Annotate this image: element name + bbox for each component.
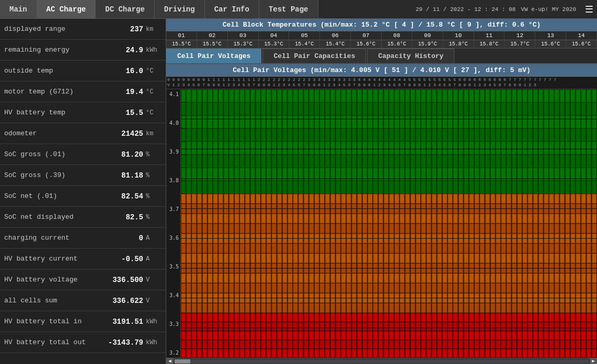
sub-tab-1[interactable]: Cell Pair Capacities: [262, 49, 366, 63]
data-unit-7: %: [146, 172, 162, 179]
data-row-12: HV battery voltage 336.500 V: [0, 269, 166, 290]
data-value-12: 336.500: [107, 276, 143, 284]
main-layout: displayed range 237 km remaining energy …: [0, 19, 597, 364]
cell-temp-2: 15.3°C: [228, 40, 259, 48]
data-label-15: HV battery total out: [4, 338, 107, 346]
data-row-8: SoC net (.01) 82.54 %: [0, 186, 166, 207]
y-label-4: 3.7: [166, 206, 180, 212]
data-label-0: displayed range: [4, 25, 107, 33]
data-unit-15: kWh: [146, 339, 162, 346]
cell-number-0: 01: [166, 31, 197, 40]
y-label-6: 3.5: [166, 264, 180, 269]
voltage-chart-area: [181, 89, 597, 358]
hamburger-menu[interactable]: ☰: [581, 0, 597, 19]
sub-tab-2[interactable]: Capacity History: [367, 49, 454, 63]
data-value-15: -3143.79: [107, 338, 143, 347]
data-label-10: charging current: [4, 234, 107, 242]
data-label-9: SoC net displayed: [4, 213, 107, 221]
data-value-4: 15.5: [107, 109, 143, 117]
data-value-0: 237: [107, 25, 143, 33]
scroll-left-arrow[interactable]: ◀: [166, 358, 174, 365]
y-label-8: 3.3: [166, 321, 180, 327]
tab-main[interactable]: Main: [0, 0, 37, 18]
sub-tab-0[interactable]: Cell Pair Voltages: [166, 49, 261, 63]
y-label-3: 3.8: [166, 178, 180, 183]
tab-driving[interactable]: Driving: [155, 0, 205, 18]
data-label-12: HV battery voltage: [4, 276, 107, 284]
data-row-3: motor temp (G712) 19.4 °C: [0, 81, 166, 102]
data-row-11: HV battery current -0.50 A: [0, 249, 166, 269]
cell-number-1: 02: [197, 31, 228, 40]
y-label-7: 3.4: [166, 292, 180, 298]
cell-number-2: 03: [228, 31, 259, 40]
data-row-5: odometer 21425 km: [0, 123, 166, 144]
data-label-4: HV battery temp: [4, 109, 107, 116]
cell-temp-6: 15.6°C: [351, 40, 382, 48]
data-label-11: HV battery current: [4, 255, 107, 263]
cell-temp-1: 15.5°C: [197, 40, 228, 48]
scroll-right-arrow[interactable]: ▶: [590, 358, 597, 365]
data-row-7: SoC gross (.39) 81.18 %: [0, 165, 166, 186]
data-unit-12: V: [146, 276, 162, 284]
data-label-8: SoC net (.01): [4, 192, 107, 200]
data-label-13: all cells sum: [4, 297, 107, 304]
data-value-8: 82.54: [107, 192, 143, 201]
tab-ac-charge[interactable]: AC Charge: [37, 0, 96, 18]
data-label-2: outside temp: [4, 67, 107, 75]
data-row-1: remaining energy 24.9 kWh: [0, 40, 166, 61]
cell-temp-7: 15.6°C: [382, 40, 412, 48]
cell-temp-3: 15.3°C: [259, 40, 290, 48]
data-label-7: SoC gross (.39): [4, 171, 107, 179]
data-value-13: 336.622: [107, 297, 143, 305]
cell-temp-8: 15.9°C: [412, 40, 443, 48]
cell-temp-10: 15.8°C: [474, 40, 505, 48]
cell-number-6: 07: [351, 31, 382, 40]
y-label-0: 4.1: [166, 91, 180, 97]
data-value-9: 82.5: [107, 213, 143, 221]
data-unit-2: °C: [146, 67, 162, 75]
cell-number-11: 12: [504, 31, 535, 40]
data-unit-4: °C: [146, 109, 162, 116]
data-row-4: HV battery temp 15.5 °C: [0, 102, 166, 123]
car-info-display: VW e-up! MY 2020: [521, 6, 576, 13]
cell-number-4: 05: [289, 31, 320, 40]
cell-temp-9: 15.8°C: [443, 40, 474, 48]
cell-temp-13: 15.6°C: [566, 40, 597, 48]
data-row-13: all cells sum 336.622 V: [0, 290, 166, 311]
data-value-3: 19.4: [107, 88, 143, 96]
cell-temp-11: 15.7°C: [504, 40, 535, 48]
data-unit-9: %: [146, 214, 162, 221]
tab-dc-charge[interactable]: DC Charge: [96, 0, 155, 18]
cell-numbers-row: 0102030405060708091011121314: [166, 31, 597, 40]
tab-test-page[interactable]: Test Page: [259, 0, 318, 18]
cell-temps-row: 15.5°C15.5°C15.3°C15.3°C15.4°C15.4°C15.6…: [166, 40, 597, 49]
datetime-display: 29 / 11 / 2022 - 12 : 24 : 08: [416, 6, 515, 13]
scroll-bar[interactable]: ◀ ▶: [166, 358, 597, 364]
scroll-thumb[interactable]: [175, 359, 190, 363]
cell-number-3: 04: [259, 31, 290, 40]
data-unit-11: A: [146, 255, 162, 263]
data-label-5: odometer: [4, 130, 107, 137]
cell-number-10: 11: [474, 31, 505, 40]
data-unit-14: kWh: [146, 318, 162, 325]
cell-temp-5: 15.4°C: [320, 40, 351, 48]
data-unit-8: %: [146, 193, 162, 200]
y-label-2: 3.9: [166, 149, 180, 155]
data-value-5: 21425: [107, 130, 143, 138]
y-label-5: 3.6: [166, 235, 180, 241]
data-row-6: SoC gross (.01) 81.20 %: [0, 144, 166, 165]
cell-number-5: 06: [320, 31, 351, 40]
data-unit-5: km: [146, 130, 162, 137]
data-row-10: charging current 0 A: [0, 228, 166, 249]
voltage-chart: [181, 89, 597, 358]
data-label-6: SoC gross (.01): [4, 150, 107, 158]
data-row-0: displayed range 237 km: [0, 19, 166, 40]
data-value-1: 24.9: [107, 46, 143, 54]
data-unit-1: kWh: [146, 46, 162, 54]
data-value-6: 81.20: [107, 150, 143, 159]
scroll-track[interactable]: [175, 359, 589, 363]
data-unit-13: V: [146, 297, 162, 304]
data-row-9: SoC net displayed 82.5 %: [0, 207, 166, 228]
data-unit-3: °C: [146, 88, 162, 96]
tab-car-info[interactable]: Car Info: [205, 0, 259, 18]
